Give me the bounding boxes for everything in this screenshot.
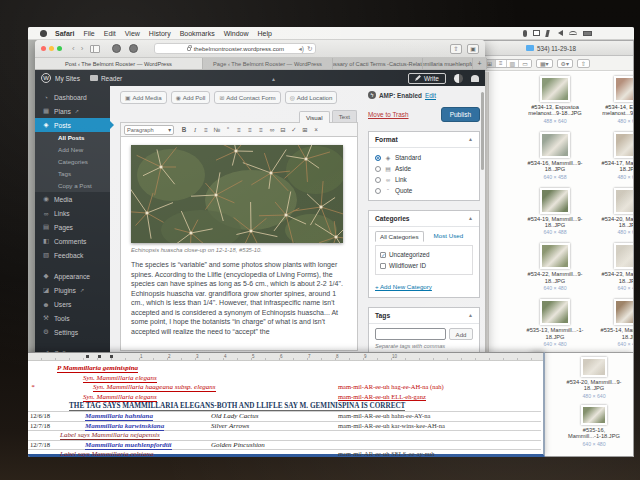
spellcheck-icon[interactable]: ✓	[289, 125, 299, 135]
sidebar-item-tools[interactable]: ⚒Tools	[35, 311, 110, 325]
menu-item-edit[interactable]: Edit	[104, 30, 116, 37]
sidebar-item-comments[interactable]: ◧Comments	[35, 234, 110, 248]
italic-icon[interactable]: I	[190, 125, 200, 135]
reload-icon[interactable]: ↻	[307, 45, 312, 53]
sidebar-item-feedback[interactable]: ▧Feedback	[35, 248, 110, 262]
finder-item[interactable]: #534-14, Espostoa melanost...9-18..JPG48…	[598, 76, 633, 124]
document-window[interactable]: 12345678910 P Mammillaria geminispinaSyn…	[28, 352, 545, 457]
toolbar-toggle-icon[interactable]: ⊞	[300, 125, 310, 135]
profile-avatar[interactable]	[454, 74, 463, 83]
sidebar-item-settings[interactable]: ⚙Settings	[35, 325, 110, 339]
finder-item[interactable]: #534-20, Mammill...9-18..JPG480 × 640	[566, 357, 622, 399]
wordpress-logo[interactable]: W	[41, 73, 51, 83]
categories-tab-most-used[interactable]: Most Used	[430, 231, 468, 242]
group-button[interactable]: ▦▾	[536, 59, 553, 68]
safari-tab-3[interactable]: Glossary of Cacti Terms -Cactus-Relate..…	[333, 58, 423, 69]
safari-tab-1[interactable]: Post ‹ The Belmont Rooster — WordPress	[35, 58, 203, 69]
add-new-category-link[interactable]: + Add New Category	[375, 283, 432, 290]
category-option-wildflower-id[interactable]: Wildflower ID	[380, 260, 468, 271]
apple-menu-icon[interactable]	[40, 30, 47, 37]
menu-item-view[interactable]: View	[125, 30, 140, 37]
input-source-icon[interactable]	[523, 30, 527, 37]
list-view-button[interactable]: ≡	[496, 60, 507, 67]
align-left-icon[interactable]: ≡	[234, 125, 244, 135]
format-option-standard[interactable]: ◈Standard	[375, 152, 473, 163]
share-button[interactable]: ⇧	[577, 59, 590, 68]
menu-item-window[interactable]: Window	[224, 30, 249, 37]
finder-titlebar[interactable]: 534) 11-29-18	[469, 41, 633, 56]
back-button[interactable]: ‹	[72, 45, 75, 53]
tags-add-button[interactable]: Add	[449, 328, 473, 340]
finder-item[interactable]: #534-23, Mammill...9-18..JPG640 × 480	[598, 243, 633, 291]
finder-item[interactable]: #534-16, Mammill...9-18..JPG640 × 458	[524, 132, 586, 180]
category-option-uncategorized[interactable]: ✓Uncategorized	[380, 249, 468, 260]
add-poll-button[interactable]: ◉Add Poll	[171, 91, 211, 104]
browser-scrollbar[interactable]	[481, 92, 484, 170]
paragraph-select[interactable]: Paragraph▾	[124, 125, 174, 135]
extension-button-2[interactable]	[129, 44, 138, 53]
finder-item[interactable]: #535-14, Mammill...-1-18.JP640 × 480	[598, 299, 633, 347]
read-more-icon[interactable]: ⊟	[278, 125, 288, 135]
address-bar[interactable]: thebelmontrooster.wordpress.com ◂) ↻	[154, 43, 316, 54]
bulleted-list-icon[interactable]: ≡	[201, 125, 211, 135]
tab-text[interactable]: Text	[332, 110, 357, 122]
tab-visual[interactable]: Visual	[299, 111, 330, 123]
close-button[interactable]	[41, 46, 46, 51]
zoom-button[interactable]	[57, 46, 62, 51]
finder-item[interactable]: #534-20, Mammill...9-18..JPG480 × 640	[598, 188, 633, 236]
sidebar-item-all-posts[interactable]: All Posts	[35, 132, 110, 144]
tags-input[interactable]	[375, 328, 446, 340]
sidebar-item-media[interactable]: ◉Media	[35, 192, 110, 206]
add-media-button[interactable]: ▣Add Media	[120, 91, 167, 104]
insert-link-icon[interactable]: ∞	[267, 125, 277, 135]
safari-tab-2[interactable]: Page ‹ The Belmont Rooster — WordPress	[203, 58, 333, 69]
sidebar-item-copy-a-post[interactable]: Copy a Post	[35, 180, 110, 192]
move-to-trash-link[interactable]: Move to Trash	[368, 111, 409, 118]
gallery-view-button[interactable]: ▭	[519, 60, 531, 67]
finder-item[interactable]: #535-16, Mammill...-1-18.JPG640 × 480	[566, 405, 622, 447]
amp-edit-link[interactable]: Edit	[425, 92, 436, 99]
categories-tab-all-categories[interactable]: All Categories	[375, 231, 424, 242]
publish-button[interactable]: Publish	[441, 107, 480, 122]
menu-item-history[interactable]: History	[149, 30, 171, 37]
sidebar-item-categories[interactable]: Categories	[35, 156, 110, 168]
share-button[interactable]: ⇧	[450, 44, 462, 54]
extension-button-1[interactable]	[112, 44, 121, 53]
sidebar-item-plugins[interactable]: ◪Plugins↗	[35, 283, 110, 297]
menu-item-bookmarks[interactable]: Bookmarks	[180, 30, 215, 37]
finder-item[interactable]: #534-17, Mammill...9-18.JPG480 × 640	[598, 132, 633, 180]
volume-icon[interactable]	[555, 30, 563, 36]
action-menu-button[interactable]: ⚙▾	[557, 59, 573, 68]
checkbox-unchecked[interactable]	[380, 263, 386, 269]
finder-item[interactable]: #534-19, Mammill...9-18..JPG640 × 488	[524, 188, 586, 236]
format-option-aside[interactable]: ▤Aside	[375, 163, 473, 174]
align-right-icon[interactable]: ≡	[256, 125, 266, 135]
sidebar-item-dashboard[interactable]: ◔Dashboard	[35, 90, 110, 104]
notifications-bell-icon[interactable]	[471, 75, 479, 82]
add-location-button[interactable]: ◎Add Location	[285, 91, 338, 104]
safari-tab-4[interactable]: Mammillaria muehlenpfordtii	[423, 58, 473, 69]
sidebar-item-plans[interactable]: ▦Plans↗	[35, 104, 110, 118]
distraction-free-icon[interactable]: ×	[311, 125, 321, 135]
display-icon[interactable]	[533, 30, 540, 36]
sidebar-item-users[interactable]: ☻Users	[35, 297, 110, 311]
checkbox-checked[interactable]: ✓	[380, 252, 386, 258]
finder-window-2[interactable]: #534-20, Mammill...9-18..JPG480 × 640#53…	[533, 352, 634, 457]
collapse-caret-icon[interactable]: ▲	[468, 215, 473, 222]
bold-icon[interactable]: B	[179, 125, 189, 135]
blockquote-icon[interactable]: “	[223, 125, 233, 135]
add-contact-form-button[interactable]: ✉Add Contact Form	[214, 91, 280, 104]
new-tab-button[interactable]: +	[473, 58, 487, 69]
format-option-quote[interactable]: “Quote	[375, 185, 473, 196]
sidebar-item-appearance[interactable]: ◆Appearance	[35, 269, 110, 283]
finder-item[interactable]: #535-13, Mammill...-1-18.JPG640 × 480	[524, 299, 586, 347]
finder-item[interactable]: #534-22, Mammill...9-18..JPG640 × 480	[524, 243, 586, 291]
my-sites-button[interactable]: My Sites	[55, 75, 80, 82]
menu-item-safari[interactable]: Safari	[55, 30, 74, 37]
collapse-caret-icon[interactable]: ▲	[468, 136, 473, 143]
write-button[interactable]: Write	[408, 73, 446, 84]
editor-content-area[interactable]: Echinopsis huascha close-up on 12-1-18, …	[120, 137, 358, 351]
sidebar-item-posts[interactable]: ◈Posts	[35, 118, 110, 132]
format-option-link[interactable]: ∞Link	[375, 174, 473, 185]
sidebar-item-tags[interactable]: Tags	[35, 168, 110, 180]
